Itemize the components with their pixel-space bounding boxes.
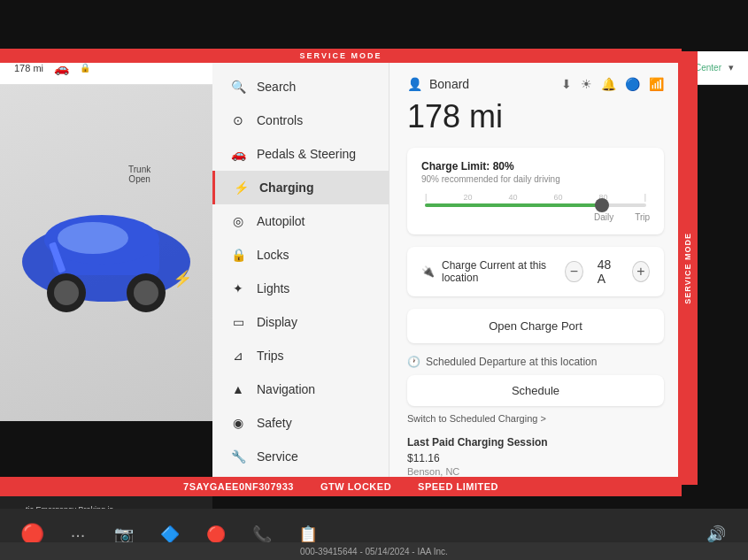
open-charge-port-button[interactable]: Open Charge Port [407, 309, 664, 343]
sidebar-item-trips[interactable]: ⊿ Trips [212, 339, 389, 372]
search-icon: 🔍 [230, 79, 246, 95]
scheduled-label: 🕐 Scheduled Departure at this location [407, 356, 664, 368]
service-mode-vertical-bar: SERVICE MODE [678, 51, 698, 485]
sidebar-label-charging: Charging [259, 180, 313, 195]
sidebar-item-controls[interactable]: ⊙ Controls [212, 104, 389, 137]
charge-current-card: 🔌 Charge Current at this location − 48 A… [407, 247, 664, 296]
bell-icon: 🔔 [601, 77, 616, 91]
charge-current-label: 🔌 Charge Current at this location [421, 259, 565, 284]
last-session-section: Last Paid Charging Session $11.16 Benson… [407, 436, 664, 477]
sidebar-item-search[interactable]: 🔍 Search [212, 70, 389, 104]
sidebar-item-pedals[interactable]: 🚗 Pedals & Steering [212, 137, 389, 171]
navigation-icon: ▲ [230, 381, 246, 397]
daily-trip-labels: Daily Trip [421, 212, 650, 222]
tick-40: 40 [508, 193, 517, 202]
schedule-button[interactable]: Schedule [407, 375, 664, 406]
battery-range: 178 mi [407, 98, 664, 135]
sidebar-label-safety: Safety [257, 416, 292, 430]
sidebar-item-display[interactable]: ▭ Display [212, 305, 389, 339]
bluetooth-icon: 🔵 [625, 77, 640, 91]
sidebar-label-controls: Controls [257, 113, 303, 127]
slider-ticks: | 20 40 60 80 | [421, 193, 650, 202]
sun-icon: ☀ [581, 77, 592, 91]
locks-icon: 🔒 [230, 247, 246, 263]
charge-limit-card: Charge Limit: 80% 90% recommended for da… [407, 148, 664, 234]
service-mode-label: SERVICE MODE [300, 51, 382, 60]
last-session-amount: $11.16 [407, 452, 664, 464]
sidebar-label-display: Display [257, 315, 297, 329]
sidebar-label-autopilot: Autopilot [257, 214, 305, 228]
svg-text:⚡: ⚡ [173, 269, 193, 288]
trips-icon: ⊿ [230, 348, 246, 364]
user-avatar-icon: 👤 [407, 77, 422, 91]
tick-20: 20 [463, 193, 472, 202]
slider-track [425, 203, 646, 207]
sidebar-label-search: Search [257, 80, 296, 94]
last-session-location: Benson, NC [407, 466, 664, 477]
signal-icon: 📶 [649, 77, 664, 91]
sidebar-item-locks[interactable]: 🔒 Locks [212, 238, 389, 272]
slider-fill [425, 203, 602, 207]
switch-charging-link[interactable]: Switch to Scheduled Charging > [407, 413, 664, 424]
sidebar-label-pedals: Pedals & Steering [257, 147, 356, 161]
dropdown-icon: ▾ [729, 62, 734, 73]
trunk-label: Trunk Open [128, 165, 150, 184]
pedals-icon: 🚗 [230, 146, 246, 162]
user-name-display: 👤 Bonard [407, 77, 469, 91]
tick-60: 60 [554, 193, 563, 202]
display-icon: ▭ [230, 314, 246, 330]
lights-icon: ✦ [230, 280, 246, 296]
user-header: 👤 Bonard ⬇ ☀ 🔔 🔵 📶 [407, 77, 664, 91]
svg-point-5 [54, 280, 79, 305]
sidebar-label-service: Service [257, 449, 298, 464]
svg-point-3 [58, 222, 128, 254]
service-icon: 🔧 [230, 449, 246, 464]
controls-icon: ⊙ [230, 112, 246, 128]
screen-bezel: SERVICE MODE 178 mi 🚗 🔒 11:16 am 65°F 👤 … [0, 0, 748, 560]
increase-current-button[interactable]: + [632, 261, 650, 282]
service-mode-top-bar: SERVICE MODE [0, 49, 682, 63]
charge-slider[interactable] [421, 203, 650, 207]
sidebar-item-safety[interactable]: ◉ Safety [212, 406, 389, 440]
charge-limit-label: Charge Limit: 80% [421, 160, 650, 173]
charging-panel: 👤 Bonard ⬇ ☀ 🔔 🔵 📶 178 mi Charge Limit: … [389, 63, 682, 477]
car-illustration: ⚡ [0, 85, 212, 377]
charge-current-text: Charge Current at this location [442, 259, 565, 284]
sidebar-label-navigation: Navigation [257, 382, 315, 396]
svg-point-7 [134, 280, 158, 305]
car-panel: ⚡ Trunk Open [0, 85, 212, 421]
charging-icon: ⚡ [233, 180, 249, 196]
sidebar: 🔍 Search ⊙ Controls 🚗 Pedals & Steering … [212, 63, 389, 477]
status-gtw: GTW LOCKED [320, 481, 391, 492]
sidebar-label-lights: Lights [257, 281, 289, 295]
scheduled-section: 🕐 Scheduled Departure at this location S… [407, 356, 664, 424]
bottom-label-text: 000-39415644 - 05/14/2024 - IAA Inc. [300, 547, 448, 556]
sidebar-item-lights[interactable]: ✦ Lights [212, 272, 389, 305]
sidebar-item-charging[interactable]: ⚡ Charging [212, 171, 389, 204]
status-speed: SPEED LIMITED [418, 481, 498, 492]
daily-label: Daily [594, 212, 613, 222]
safety-icon: ◉ [230, 415, 246, 431]
sidebar-label-trips: Trips [257, 349, 284, 363]
range-display: 178 mi [14, 63, 43, 73]
autopilot-icon: ◎ [230, 213, 246, 229]
vin-label: 7SAYGAEE0NF307933 [183, 481, 294, 492]
bottom-info-bar: 7SAYGAEE0NF307933 GTW LOCKED SPEED LIMIT… [0, 477, 682, 496]
current-value: 48 A [598, 257, 618, 286]
user-name-text: Bonard [429, 77, 469, 91]
sidebar-item-service[interactable]: 🔧 Service [212, 440, 389, 473]
lock-icon: 🔒 [80, 63, 90, 73]
slider-thumb[interactable] [595, 198, 609, 212]
sidebar-item-autopilot[interactable]: ◎ Autopilot [212, 204, 389, 238]
scheduled-text: Scheduled Departure at this location [426, 356, 597, 368]
charge-limit-sublabel: 90% recommended for daily driving [421, 174, 650, 184]
decrease-current-button[interactable]: − [565, 261, 582, 282]
sidebar-label-locks: Locks [257, 248, 289, 262]
clock-icon: 🕐 [407, 356, 420, 368]
header-icons: ⬇ ☀ 🔔 🔵 📶 [561, 77, 664, 91]
sidebar-item-navigation[interactable]: ▲ Navigation [212, 372, 389, 406]
plug-icon: 🔌 [421, 265, 435, 278]
bottom-label-bar: 000-39415644 - 05/14/2024 - IAA Inc. [0, 542, 748, 560]
trip-label: Trip [635, 212, 650, 222]
charge-current-controls: − 48 A + [565, 257, 650, 286]
